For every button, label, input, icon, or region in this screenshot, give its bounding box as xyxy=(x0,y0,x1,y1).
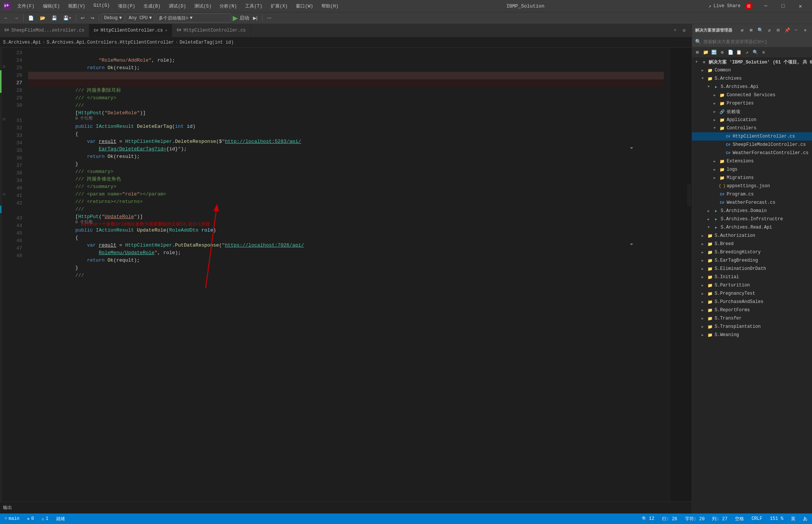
user-avatar[interactable]: 超 xyxy=(745,2,753,10)
tree-properties[interactable]: ▶ 📁 Properties xyxy=(692,99,812,108)
readapi-expand[interactable]: ▼ xyxy=(706,224,712,230)
breadcrumb-part2[interactable]: S.Archives.Api.Controllers.HttpCilentCon… xyxy=(47,40,174,45)
tree-sbreed[interactable]: ▶ 📁 S.Breed xyxy=(692,240,812,248)
zoom-status[interactable]: 151 % xyxy=(768,513,785,524)
tree-spart[interactable]: ▶ 📁 S.Parturition xyxy=(692,281,812,289)
tree-sinit[interactable]: ▶ 📁 S.Initial xyxy=(692,273,812,281)
code-content[interactable]: "RoleMenu/AddRole", role); return Ok(res… xyxy=(25,48,664,501)
tree-weatherforecast[interactable]: C# WeatherForecast.cs xyxy=(692,198,812,207)
tab-close-button[interactable]: ✕ xyxy=(165,28,167,33)
tab-httpclient-active[interactable]: C# HttpCilentController.cs ✕ xyxy=(89,24,172,37)
menu-debug[interactable]: 调试(D) xyxy=(165,2,190,11)
selim-expand[interactable]: ▶ xyxy=(700,266,706,272)
ctrl-expand[interactable]: ▼ xyxy=(712,125,718,131)
minimap[interactable] xyxy=(669,48,692,501)
props-expand[interactable]: ▶ xyxy=(712,100,718,106)
col-status[interactable]: 字符: 20 xyxy=(683,513,706,524)
menu-tools[interactable]: 工具(T) xyxy=(241,2,266,11)
menu-build[interactable]: 生成(B) xyxy=(140,2,165,11)
git-status[interactable]: ⑂ main xyxy=(3,513,21,524)
ime-status[interactable]: あ xyxy=(801,513,809,524)
tree-connected-services[interactable]: ▶ 📁 Connected Services xyxy=(692,91,812,99)
tree-spreg[interactable]: ▶ 📁 S.PregnancyTest xyxy=(692,289,812,298)
tree-infra[interactable]: ▶ ▶ S.Archives.Infrstructre xyxy=(692,215,812,223)
sol-nav-btn9[interactable]: ≡ xyxy=(760,49,767,56)
line-status[interactable]: 行: 26 xyxy=(661,513,679,524)
sbreed-expand[interactable]: ▶ xyxy=(700,241,706,247)
open-folder-button[interactable]: 📂 xyxy=(38,14,48,23)
tree-stransplant[interactable]: ▶ 📁 S.Transplantation xyxy=(692,323,812,331)
sol-nav-btn4[interactable]: ⚙ xyxy=(718,49,726,56)
tree-appsettings[interactable]: { } appsettings.json xyxy=(692,182,812,190)
tree-selim[interactable]: ▶ 📁 S.EliminationOrDath xyxy=(692,265,812,273)
menu-window[interactable]: 窗口(W) xyxy=(292,2,317,11)
breadcrumb-part3[interactable]: DeleteEarTag(int id) xyxy=(180,40,234,45)
sol-nav-btn7[interactable]: ↗ xyxy=(743,49,751,56)
mig-expand[interactable]: ▶ xyxy=(712,175,718,181)
maximize-button[interactable]: □ xyxy=(774,0,792,12)
tree-spurchase[interactable]: ▶ 📁 S.PurchaseAndSales xyxy=(692,298,812,306)
new-tab-button[interactable]: + xyxy=(671,24,680,37)
sbreedinghist-expand[interactable]: ▶ xyxy=(700,249,706,255)
tree-extensions[interactable]: ▶ 📁 Extensions xyxy=(692,157,812,165)
logs-expand[interactable]: ▶ xyxy=(712,167,718,173)
app-expand[interactable]: ▶ xyxy=(712,117,718,123)
tree-program[interactable]: C# Program.cs xyxy=(692,190,812,198)
tree-httpclient[interactable]: C# HttpCilentController.cs xyxy=(692,132,812,141)
tree-sauth[interactable]: ▶ 📁 S.Authorization xyxy=(692,232,812,240)
step-over-button[interactable]: ▶| xyxy=(251,14,260,23)
menu-file[interactable]: 文件(F) xyxy=(14,2,38,11)
tree-deps[interactable]: ▶ 🔗 依赖项 xyxy=(692,108,812,116)
live-share-area[interactable]: ↗ Live Share xyxy=(709,3,741,9)
redo-button[interactable]: ↪ xyxy=(88,14,97,23)
infra-expand[interactable]: ▶ xyxy=(706,216,712,222)
seartag-expand[interactable]: ▶ xyxy=(700,257,706,264)
tab-httpclient2[interactable]: C# HttpCilentController.cs xyxy=(172,24,251,37)
tree-weather[interactable]: C# WeatherForecastController.cs xyxy=(692,149,812,157)
api-expand[interactable]: ▼ xyxy=(706,84,712,90)
domain-expand[interactable]: ▶ xyxy=(706,208,712,214)
menu-git[interactable]: Git(G) xyxy=(90,2,114,11)
tree-sarchives-api[interactable]: ▼ ▶ S.Archives.Api xyxy=(692,83,812,91)
menu-edit[interactable]: 编辑(E) xyxy=(39,2,64,11)
toolbar-extra[interactable]: ⋯ xyxy=(265,14,274,23)
fold-icon-3[interactable]: ⊟ xyxy=(3,64,5,69)
tree-controllers[interactable]: ▼ 📁 Controllers xyxy=(692,124,812,132)
undo-button[interactable]: ↩ xyxy=(79,14,87,23)
sol-nav-btn5[interactable]: 📄 xyxy=(727,49,734,56)
tree-view[interactable]: ▼ ⊞ 解决方案 'IBMP_Solution' (61 个项目, 共 61 个… xyxy=(692,58,812,513)
new-file-button[interactable]: 📄 xyxy=(26,14,36,23)
warning-count[interactable]: ⚠ 1 xyxy=(40,513,50,524)
close-button[interactable]: ✕ xyxy=(792,0,809,12)
save-all-button[interactable]: 💾+ xyxy=(61,14,74,23)
deps-expand[interactable]: ▶ xyxy=(712,109,718,115)
pin-button[interactable]: 📌 xyxy=(783,26,791,34)
fold-icon-20[interactable]: ⊟ xyxy=(3,192,5,197)
tree-application[interactable]: ▶ 📁 Application xyxy=(692,116,812,124)
unpin-button[interactable]: ← xyxy=(792,26,800,34)
ext-expand[interactable]: ▶ xyxy=(712,158,718,164)
sol-nav-btn2[interactable]: 📁 xyxy=(702,49,709,56)
common-expand[interactable]: ▶ xyxy=(700,67,706,73)
sreports-expand[interactable]: ▶ xyxy=(700,307,706,313)
filter-button[interactable]: ⊞ xyxy=(747,26,755,34)
sync-view-button[interactable]: ⇄ xyxy=(738,26,746,34)
tree-readapi[interactable]: ▼ ▶ S.Archives.Read.Api xyxy=(692,223,812,232)
tree-seartag[interactable]: ▶ 📁 S.EarTagBreeding xyxy=(692,256,812,265)
tree-sweaning[interactable]: ▶ 📁 S.Weaning xyxy=(692,331,812,339)
tree-root[interactable]: ▼ ⊞ 解决方案 'IBMP_Solution' (61 个项目, 共 61 个 xyxy=(692,58,812,66)
menu-project[interactable]: 项目(P) xyxy=(114,2,139,11)
menu-extensions[interactable]: 扩展(X) xyxy=(267,2,292,11)
pos-status[interactable]: 列: 27 xyxy=(710,513,729,524)
spaces-status[interactable]: 空格 xyxy=(733,513,745,524)
fold-icon-10[interactable]: ⊟ xyxy=(3,117,5,121)
search-sol-button[interactable]: 🔍 xyxy=(756,26,764,34)
sinit-expand[interactable]: ▶ xyxy=(700,274,706,280)
breadcrumb-part1[interactable]: S.Archives.Api xyxy=(3,40,41,45)
menu-test[interactable]: 测试(S) xyxy=(191,2,215,11)
sarchives-expand[interactable]: ▼ xyxy=(700,76,706,82)
menu-view[interactable]: 视图(V) xyxy=(64,2,89,11)
forward-button[interactable]: → xyxy=(12,14,21,23)
sol-nav-btn6[interactable]: 📋 xyxy=(735,49,742,56)
stransfer-expand[interactable]: ▶ xyxy=(700,315,706,321)
